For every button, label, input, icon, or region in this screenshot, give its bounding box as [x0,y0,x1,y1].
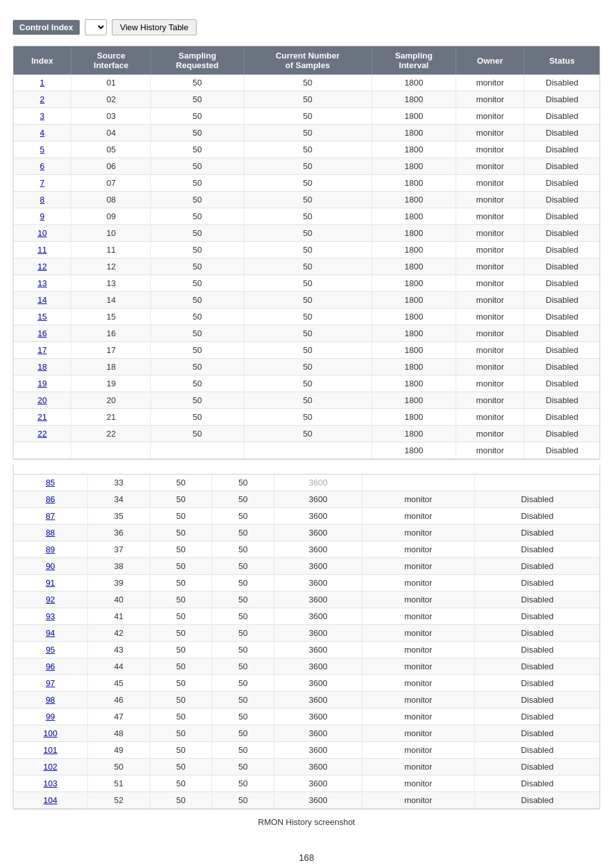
cell-owner: monitor [456,158,524,175]
index-link[interactable]: 11 [37,245,46,255]
cell-source: 06 [71,158,151,175]
index-link[interactable]: 2 [40,95,44,104]
cell-sampling_int: 1800 [371,175,456,192]
cell-status: Disabled [475,792,600,809]
cell-source: 36 [87,525,150,541]
index-link[interactable]: 14 [37,295,46,305]
cell-current_num: 50 [244,375,371,392]
cell-sampling_req: 50 [150,558,212,575]
table-row: 883650503600monitorDisabled [13,525,600,541]
index-link[interactable]: 13 [37,278,46,288]
cell-status: Disabled [475,625,600,642]
cell-status: Disabled [524,392,600,409]
table-row: 141450501800monitorDisabled [13,292,600,309]
cell-owner: monitor [456,392,524,409]
cell-sampling_req: 50 [151,325,244,342]
cell-status: Disabled [524,342,600,359]
index-link[interactable]: 4 [40,128,44,138]
cell-source: 33 [87,475,150,491]
index-link[interactable]: 86 [46,494,55,504]
table-header-row: Index SourceInterface SamplingRequested … [13,46,600,75]
index-link[interactable]: 96 [46,662,55,671]
index-link[interactable]: 7 [40,178,44,188]
index-link[interactable]: 92 [46,595,55,604]
cell-owner: monitor [362,558,475,575]
index-link[interactable]: 89 [46,545,55,554]
cell-source: 50 [87,759,150,775]
cell-sampling_req: 50 [150,475,212,491]
index-link[interactable]: 87 [46,511,55,521]
index-link[interactable]: 97 [46,678,55,688]
index-link[interactable]: 100 [44,728,58,738]
index-link[interactable]: 15 [37,312,46,321]
index-link[interactable]: 22 [37,429,46,439]
cell-status: Disabled [475,692,600,709]
index-link[interactable]: 103 [44,779,58,788]
index-link[interactable]: 6 [40,161,44,171]
table-row: 30350501800monitorDisabled [13,108,600,125]
cell-sampling_req: 50 [150,642,212,658]
cell-current_num [244,442,371,459]
view-history-table-button[interactable]: View History Table [112,19,197,35]
cell-owner: monitor [456,75,524,91]
cell-source: 22 [71,426,151,442]
index-link[interactable]: 21 [37,412,46,422]
index-link[interactable]: 19 [37,379,46,388]
cell-owner: monitor [456,342,524,359]
index-link[interactable]: 5 [40,145,44,154]
index-link[interactable]: 17 [37,345,46,355]
index-link[interactable]: 104 [44,795,58,805]
cell-sampling_int: 1800 [371,392,456,409]
index-link[interactable]: 88 [46,528,55,538]
index-link[interactable]: 3 [40,111,44,121]
cell-current_num: 50 [212,541,274,558]
cell-owner: monitor [362,775,475,792]
table-row: 10150501800monitorDisabled [13,75,600,91]
index-link[interactable]: 90 [46,561,55,571]
cell-status: Disabled [475,558,600,575]
index-link[interactable]: 98 [46,695,55,705]
table-row: 1800monitorDisabled [13,442,600,459]
cell-source: 09 [71,208,151,225]
table-row: 994750503600monitorDisabled [13,709,600,725]
index-link[interactable]: 1 [40,78,44,87]
col-header-source-interface: SourceInterface [71,46,151,75]
index-link[interactable]: 94 [46,628,55,638]
index-link[interactable]: 18 [37,362,46,372]
index-link[interactable]: 20 [37,395,46,405]
cell-sampling_int: 3600 [274,775,362,792]
cell-current_num: 50 [244,426,371,442]
index-link[interactable]: 102 [44,762,58,772]
table-row: 1004850503600monitorDisabled [13,725,600,742]
cell-sampling_req: 50 [151,375,244,392]
table-row: 181850501800monitorDisabled [13,359,600,375]
cell-sampling_req: 50 [151,275,244,292]
index-link[interactable]: 85 [46,478,55,487]
control-index-select[interactable] [85,19,107,35]
index-link[interactable]: 95 [46,645,55,655]
table-row: 111150501800monitorDisabled [13,242,600,258]
cell-sampling_int: 3600 [274,508,362,525]
cell-current_num: 50 [244,309,371,325]
index-link[interactable]: 101 [44,745,58,755]
table-row: 924050503600monitorDisabled [13,592,600,608]
index-link[interactable]: 10 [37,228,46,238]
index-link[interactable]: 16 [37,329,46,338]
cell-sampling_int: 3600 [274,592,362,608]
cell-sampling_int: 3600 [274,759,362,775]
cell-source: 39 [87,575,150,592]
index-link[interactable]: 91 [46,578,55,588]
cell-sampling_req: 50 [150,692,212,709]
cell-sampling_req: 50 [150,491,212,508]
cell-status: Disabled [475,775,600,792]
cell-sampling_int: 1800 [371,192,456,208]
index-link[interactable]: 99 [46,712,55,721]
toolbar: Control Index View History Table [13,19,600,35]
index-link[interactable]: 9 [40,212,44,221]
index-link[interactable]: 8 [40,195,44,204]
index-link[interactable]: 93 [46,611,55,621]
cell-sampling_int: 1800 [371,409,456,426]
table-row: 70750501800monitorDisabled [13,175,600,192]
cell-source: 07 [71,175,151,192]
index-link[interactable]: 12 [37,262,46,271]
